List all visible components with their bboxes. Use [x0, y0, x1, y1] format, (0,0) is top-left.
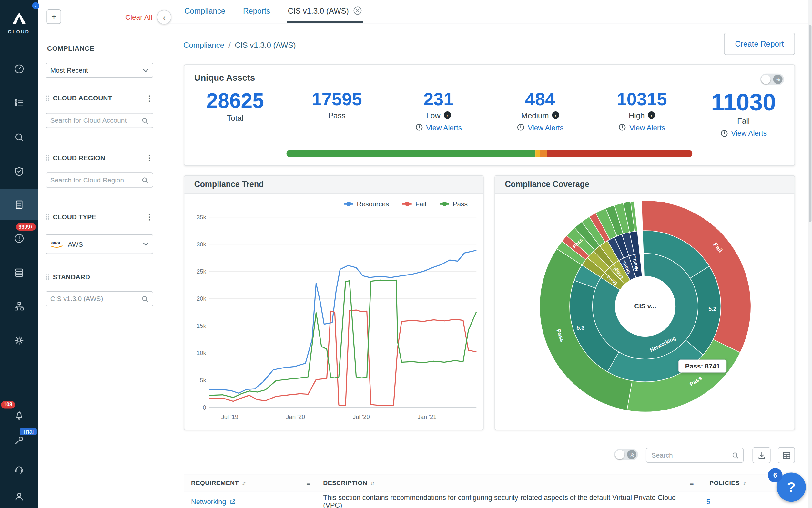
- view-alerts-link[interactable]: View Alerts: [619, 123, 665, 131]
- cloud-type-select[interactable]: aws AWS: [46, 234, 153, 254]
- svg-text:10k: 10k: [197, 349, 206, 356]
- scrollbar-thumb[interactable]: [809, 25, 811, 222]
- svg-text:Jan '21: Jan '21: [418, 413, 437, 420]
- sort-icon[interactable]: ↓↑: [242, 480, 245, 486]
- drag-handle-icon[interactable]: [46, 214, 49, 220]
- column-menu-icon[interactable]: ≡: [306, 479, 311, 487]
- cloud-account-search-input[interactable]: [50, 117, 138, 124]
- sidebar-item-settings[interactable]: [0, 333, 38, 348]
- sidebar-item-data[interactable]: [0, 265, 38, 280]
- tab-close-icon[interactable]: [353, 6, 362, 15]
- cloud-region-search-input[interactable]: [50, 176, 138, 184]
- sidebar-item-dashboard[interactable]: [0, 61, 38, 77]
- cloud-account-search[interactable]: [46, 113, 153, 128]
- kebab-menu-icon[interactable]: ⋮: [146, 96, 153, 101]
- sidebar-item-defend[interactable]: [0, 164, 38, 179]
- stat-value: 17595: [312, 90, 362, 109]
- download-button[interactable]: [752, 447, 770, 463]
- svg-text:Jan '20: Jan '20: [286, 413, 305, 420]
- sidebar-item-alerts[interactable]: 9999+: [0, 230, 38, 246]
- search-icon: [141, 295, 148, 302]
- view-alerts-link[interactable]: View Alerts: [415, 123, 462, 131]
- headset-icon: [13, 464, 25, 475]
- column-header-requirement[interactable]: REQUIREMENT ↓↑ ≡: [184, 479, 316, 487]
- alert-circle-icon: [619, 123, 626, 131]
- search-icon: [13, 132, 25, 143]
- tab-reports[interactable]: Reports: [242, 0, 272, 23]
- alerts-count-badge: 9999+: [16, 223, 36, 230]
- compliance-coverage-card: Compliance Coverage FailPassPassPass5.25…: [494, 175, 795, 430]
- stat-value: 484: [525, 90, 556, 109]
- collapse-filter-panel-button[interactable]: ‹: [157, 10, 172, 24]
- clear-all-filters-link[interactable]: Clear All: [125, 13, 152, 21]
- trend-legend: Resources Fail Pass: [184, 194, 483, 208]
- sort-icon[interactable]: ↓↑: [371, 480, 374, 486]
- filter-group-label: CLOUD TYPE: [53, 213, 96, 221]
- table-percent-toggle[interactable]: %: [614, 449, 638, 460]
- question-mark-icon: ?: [787, 479, 796, 495]
- table-search[interactable]: [646, 448, 744, 463]
- view-alerts-link[interactable]: View Alerts: [517, 123, 564, 131]
- kebab-menu-icon[interactable]: ⋮: [146, 155, 153, 161]
- kebab-menu-icon[interactable]: ⋮: [146, 214, 153, 219]
- tab-cis-v130-aws[interactable]: CIS v1.3.0 (AWS): [287, 0, 363, 23]
- stat-label: Total: [227, 113, 243, 122]
- percent-icon: %: [773, 75, 783, 84]
- sort-order-select[interactable]: Most Recent: [46, 62, 153, 78]
- breadcrumb-separator: /: [229, 40, 231, 49]
- percent-toggle[interactable]: %: [760, 74, 784, 85]
- legend-marker: [344, 203, 353, 205]
- breadcrumb-parent[interactable]: Compliance: [183, 40, 224, 49]
- trend-line-chart[interactable]: 35k30k25k20k15k10k5k0Jul '19Jan '20Jul '…: [188, 208, 480, 425]
- sidebar-item-investigate[interactable]: [0, 129, 38, 145]
- logo-triangle-icon: [11, 11, 27, 25]
- svg-text:25k: 25k: [197, 268, 206, 275]
- create-report-button[interactable]: Create Report: [724, 33, 795, 55]
- sitemap-icon: [13, 301, 25, 312]
- notification-count-badge: 6: [768, 468, 783, 482]
- info-icon[interactable]: i: [443, 112, 450, 119]
- coverage-sunburst-chart[interactable]: FailPassPassPass5.25.3NetworkingMonit...…: [495, 194, 796, 431]
- breadcrumb-current[interactable]: CIS v1.3.0 (AWS): [235, 40, 296, 49]
- app-logo[interactable]: CLOUD: [0, 11, 38, 34]
- drag-handle-icon[interactable]: [46, 95, 49, 101]
- column-header-description[interactable]: DESCRIPTION ↓↑ ≡: [316, 479, 699, 487]
- column-settings-button[interactable]: [778, 447, 795, 463]
- breadcrumb: Compliance / CIS v1.3.0 (AWS): [183, 40, 296, 49]
- column-menu-icon[interactable]: ≡: [690, 479, 694, 487]
- sidebar-item-support[interactable]: [0, 462, 38, 477]
- legend-item-fail[interactable]: Fail: [402, 200, 426, 208]
- stat-high: 10315 Highi View Alerts: [591, 90, 692, 137]
- legend-item-resources[interactable]: Resources: [344, 200, 389, 208]
- drag-handle-icon[interactable]: [46, 155, 49, 161]
- legend-item-pass[interactable]: Pass: [439, 200, 467, 208]
- info-icon[interactable]: i: [648, 112, 655, 119]
- sidebar-expand-toggle[interactable]: ›: [32, 2, 39, 9]
- tab-compliance[interactable]: Compliance: [183, 0, 227, 23]
- sidebar-item-notifications[interactable]: 108: [0, 407, 38, 423]
- logo-text: CLOUD: [0, 29, 38, 34]
- sidebar-item-network[interactable]: [0, 298, 38, 314]
- view-alerts-link[interactable]: View Alerts: [720, 129, 767, 137]
- sidebar-item-inventory[interactable]: [0, 95, 38, 111]
- stat-label: Pass: [328, 111, 346, 120]
- cloud-region-search[interactable]: [46, 172, 153, 187]
- sort-icon[interactable]: ↓↑: [743, 480, 746, 486]
- sidebar-item-account[interactable]: [0, 489, 38, 504]
- drag-handle-icon[interactable]: [46, 274, 49, 280]
- requirement-link[interactable]: Networking: [191, 498, 311, 505]
- add-filter-button[interactable]: +: [46, 9, 61, 24]
- filter-panel-title: COMPLIANCE: [47, 45, 95, 52]
- standard-search-input[interactable]: [50, 295, 138, 303]
- filter-panel: + Clear All COMPLIANCE Most Recent CLOUD…: [38, 0, 164, 508]
- trial-badge: Trial: [20, 428, 37, 435]
- toggle-knob: [761, 75, 771, 84]
- standard-search[interactable]: [46, 291, 153, 306]
- sidebar-item-compliance-active[interactable]: [0, 189, 38, 220]
- svg-text:30k: 30k: [197, 241, 206, 248]
- table-search-input[interactable]: [650, 451, 728, 460]
- policies-count-link[interactable]: 5: [707, 498, 710, 505]
- page-scrollbar[interactable]: [808, 0, 812, 508]
- app-root: CLOUD 9999+ 108: [0, 0, 812, 508]
- info-icon[interactable]: i: [552, 112, 559, 119]
